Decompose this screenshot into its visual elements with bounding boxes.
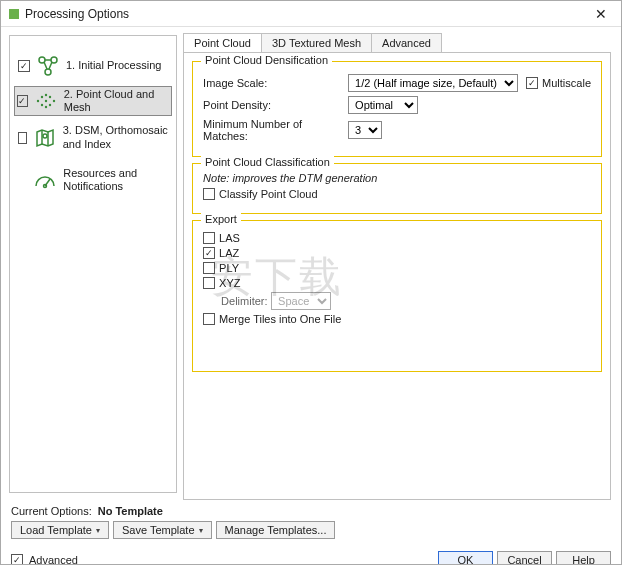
help-button[interactable]: Help [556,551,611,565]
classify-label: Classify Point Cloud [219,188,317,200]
cancel-button[interactable]: Cancel [497,551,552,565]
checkbox-icon[interactable]: ✓ [17,95,28,107]
group-densification: Point Cloud Densification Image Scale: 1… [192,61,602,157]
step-dsm-orthomosaic[interactable]: 3. DSM, Orthomosaic and Index [14,116,172,158]
legend: Point Cloud Densification [201,54,332,66]
map-icon [33,126,57,150]
initial-processing-icon [36,54,60,78]
checkbox-icon[interactable] [18,132,27,144]
step-label: Resources and Notifications [63,167,168,193]
classification-note: Note: improves the DTM generation [203,172,591,184]
export-laz-label: LAZ [219,247,239,259]
manage-templates-button[interactable]: Manage Templates... [216,521,336,539]
close-icon[interactable]: ✕ [589,4,613,24]
group-export: Export LAS ✓LAZ PLY XYZ Delimiter: Space… [192,220,602,372]
svg-point-5 [41,104,43,106]
svg-point-12 [43,134,47,138]
legend: Export [201,213,241,225]
point-cloud-icon [34,89,58,113]
bottom-bar: ✓ Advanced OK Cancel Help [1,547,621,565]
svg-point-2 [45,69,51,75]
svg-point-3 [37,100,39,102]
checkbox-icon[interactable] [203,277,215,289]
legend: Point Cloud Classification [201,156,334,168]
step-label: 1. Initial Processing [66,59,161,72]
checkbox-icon[interactable] [203,188,215,200]
export-ply-label: PLY [219,262,239,274]
point-density-label: Point Density: [203,99,348,111]
svg-point-11 [53,100,55,102]
export-xyz-label: XYZ [219,277,240,289]
tabs: Point Cloud 3D Textured Mesh Advanced [183,33,611,52]
merge-tiles-label: Merge Tiles into One File [219,313,341,325]
multiscale-label: Multiscale [542,77,591,89]
gauge-icon [33,168,57,192]
image-scale-label: Image Scale: [203,77,348,89]
min-matches-label: Minimum Number of Matches: [203,118,348,142]
delimiter-select: Space [271,292,331,310]
checkbox-icon[interactable] [203,313,215,325]
tab-3d-textured-mesh[interactable]: 3D Textured Mesh [261,33,372,52]
tab-point-cloud[interactable]: Point Cloud [183,33,262,52]
svg-point-10 [49,104,51,106]
sidebar: ✓ 1. Initial Processing ✓ 2. Point Cloud… [1,27,183,501]
checkbox-icon[interactable]: ✓ [11,554,23,565]
svg-point-4 [41,96,43,98]
svg-point-6 [45,94,47,96]
current-options-label: Current Options: [11,505,92,517]
tab-advanced[interactable]: Advanced [371,33,442,52]
step-point-cloud-mesh[interactable]: ✓ 2. Point Cloud and Mesh [14,86,172,116]
step-label: 3. DSM, Orthomosaic and Index [63,124,168,150]
delimiter-label: Delimiter: [221,295,271,307]
checkbox-icon[interactable] [203,262,215,274]
svg-point-8 [45,106,47,108]
step-resources-notifications[interactable]: Resources and Notifications [14,159,172,201]
content-area: Point Cloud 3D Textured Mesh Advanced Po… [183,27,621,501]
app-icon [9,9,19,19]
window-title: Processing Options [25,7,589,21]
save-template-button[interactable]: Save Template [113,521,212,539]
step-label: 2. Point Cloud and Mesh [64,88,169,114]
load-template-button[interactable]: Load Template [11,521,109,539]
no-template-label: No Template [98,505,163,517]
export-las-label: LAS [219,232,240,244]
svg-point-7 [45,100,47,102]
svg-point-9 [49,96,51,98]
image-scale-select[interactable]: 1/2 (Half image size, Default) [348,74,518,92]
min-matches-select[interactable]: 3 [348,121,382,139]
titlebar: Processing Options ✕ [1,1,621,27]
advanced-label: Advanced [29,554,78,565]
point-density-select[interactable]: Optimal [348,96,418,114]
footer: Current Options: No Template Load Templa… [1,501,621,547]
ok-button[interactable]: OK [438,551,493,565]
group-classification: Point Cloud Classification Note: improve… [192,163,602,214]
checkbox-icon[interactable] [203,232,215,244]
step-initial-processing[interactable]: ✓ 1. Initial Processing [14,46,172,86]
checkbox-icon[interactable]: ✓ [203,247,215,259]
checkbox-icon[interactable]: ✓ [526,77,538,89]
checkbox-icon[interactable]: ✓ [18,60,30,72]
